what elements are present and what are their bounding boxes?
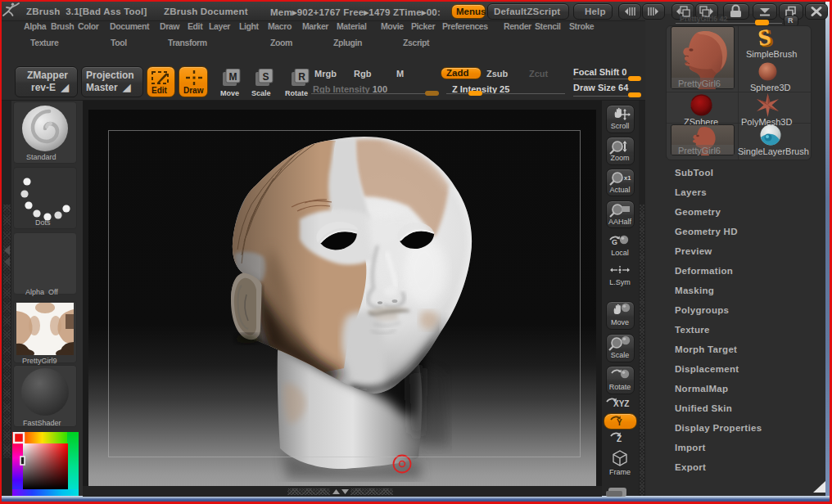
svg-text:Z: Z [617, 434, 622, 443]
svg-text:Scroll: Scroll [611, 122, 630, 130]
svg-text:S: S [262, 71, 269, 83]
svg-text:Actual: Actual [609, 186, 630, 194]
svg-text:x1: x1 [624, 174, 631, 182]
svg-text:R: R [298, 71, 305, 83]
svg-text:Local: Local [611, 249, 629, 257]
svg-text:Move: Move [611, 318, 629, 326]
svg-text:XYZ: XYZ [613, 399, 629, 408]
svg-text:Zoom: Zoom [610, 154, 629, 162]
svg-text:Frame: Frame [609, 468, 631, 476]
svg-text:AAHalf: AAHalf [608, 218, 632, 226]
svg-text:Rotate: Rotate [609, 383, 631, 391]
svg-text:G: G [612, 238, 617, 246]
svg-text:M: M [229, 71, 237, 83]
svg-text:Y: Y [617, 418, 622, 427]
svg-text:L.Sym: L.Sym [609, 278, 631, 286]
svg-text:Scale: Scale [611, 351, 630, 359]
